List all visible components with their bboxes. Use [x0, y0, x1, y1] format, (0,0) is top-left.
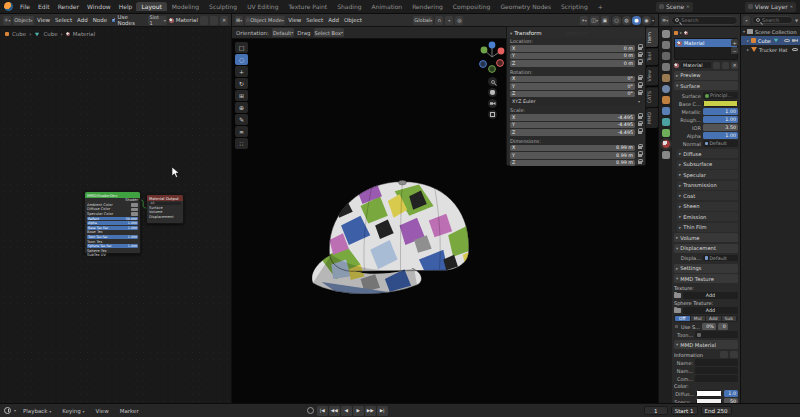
coat-subpanel[interactable]: Coat: [677, 191, 738, 200]
select-mode-dropdown[interactable]: Select Box▾: [314, 28, 344, 37]
playback-menu[interactable]: Playback ▾: [19, 408, 55, 414]
base-tex-fac-slider[interactable]: Base Tex Fac1.000: [87, 226, 138, 230]
rotation-y-field[interactable]: Y0°: [510, 83, 635, 90]
emission-subpanel[interactable]: Emission: [677, 212, 738, 221]
toon-tex-fac-slider[interactable]: Toon Tex Fac1.000: [87, 235, 138, 239]
specular-subpanel[interactable]: Specular: [677, 170, 738, 179]
toon-texture-field[interactable]: [695, 331, 738, 338]
tool-select-box[interactable]: □: [235, 42, 248, 53]
xray-toggle[interactable]: ▣: [601, 16, 609, 25]
material-name[interactable]: Material: [176, 17, 198, 23]
sidebar-tab-item[interactable]: Item: [646, 28, 658, 47]
camera-view-icon[interactable]: [488, 99, 497, 108]
dimensions-x-field[interactable]: X8.99 m: [510, 145, 635, 152]
rotation-x-field[interactable]: X0°: [510, 76, 635, 83]
mode-dropdown[interactable]: Object Mode▾: [245, 16, 285, 25]
workspace-tab-texture-paint[interactable]: Texture Paint: [283, 2, 332, 11]
tab-texture-icon[interactable]: [662, 151, 670, 159]
use-shared-toon-checkbox[interactable]: [674, 324, 679, 329]
shading-solid-icon[interactable]: ◍: [622, 16, 631, 25]
lock-icon[interactable]: [638, 54, 642, 57]
displacement-panel-header[interactable]: Displacement: [674, 244, 738, 253]
transform-orientation-dropdown[interactable]: Global▾: [413, 16, 433, 25]
scene-collection-row[interactable]: ▾ Scene Collection: [741, 27, 800, 36]
tool-scale[interactable]: ⊞: [235, 90, 248, 101]
hide-eye-icon[interactable]: [784, 39, 790, 43]
slot-dropdown[interactable]: Slot 1▾: [148, 16, 166, 25]
sidebar-tab-mmd[interactable]: MMD: [646, 108, 658, 128]
mmd-diffuse-swatch[interactable]: [696, 390, 722, 397]
editor-type-node-icon[interactable]: ⚛▾: [3, 16, 11, 25]
specular-color-swatch[interactable]: [131, 212, 138, 215]
editor-type-timeline-icon[interactable]: [4, 407, 11, 414]
roughness-slider[interactable]: 1.00: [703, 116, 738, 123]
tab-material-icon[interactable]: [662, 140, 670, 148]
dimensions-y-field[interactable]: Y8.99 m: [510, 152, 635, 159]
lock-icon[interactable]: [638, 161, 642, 164]
shading-material-icon[interactable]: ●: [632, 16, 641, 25]
auto-keying-toggle[interactable]: [307, 407, 314, 414]
unlink-material-button[interactable]: ✕: [220, 16, 228, 25]
base-color-swatch[interactable]: [703, 100, 738, 107]
shading-dropdown-icon[interactable]: ▾: [652, 18, 654, 23]
volume-panel-header[interactable]: Volume: [674, 233, 738, 242]
name-e-field[interactable]: [695, 367, 738, 374]
shading-wireframe-icon[interactable]: ○: [612, 16, 621, 25]
select-menu[interactable]: Select: [305, 17, 325, 23]
proportional-editing-icon[interactable]: ◎: [455, 16, 463, 25]
sheen-subpanel[interactable]: Sheen: [677, 202, 738, 211]
tab-view-layer-icon[interactable]: [662, 63, 670, 71]
view-menu[interactable]: View: [287, 17, 303, 23]
remove-slot-button[interactable]: −: [731, 47, 738, 54]
shader-type-dropdown[interactable]: Object▾: [13, 16, 33, 25]
settings-panel-header[interactable]: Settings: [674, 264, 738, 273]
blend-add-button[interactable]: Add: [706, 316, 722, 321]
location-z-field[interactable]: Z0 m: [510, 60, 635, 67]
tool-transform[interactable]: ⊕: [235, 102, 248, 113]
marker-menu[interactable]: Marker: [116, 408, 143, 414]
move-view-icon[interactable]: [488, 88, 497, 97]
lock-icon[interactable]: [638, 92, 642, 95]
frame-end-field[interactable]: End250: [701, 406, 732, 415]
new-material-button[interactable]: [210, 16, 218, 25]
shader-menu-view[interactable]: View: [36, 17, 52, 23]
sphere-tex-fac-slider[interactable]: Sphere Tex Fac1.000: [87, 244, 138, 248]
menu-edit[interactable]: Edit: [34, 3, 54, 10]
location-x-field[interactable]: X0 m: [510, 45, 635, 52]
sphere-add-button[interactable]: Add: [683, 307, 738, 314]
lock-icon[interactable]: [638, 47, 642, 50]
add-workspace-button[interactable]: +: [593, 2, 608, 11]
workspace-tab-geometry-nodes[interactable]: Geometry Nodes: [495, 2, 556, 11]
ior-slider[interactable]: 3.50: [703, 124, 738, 131]
info-paste-button[interactable]: [730, 351, 738, 358]
menu-render[interactable]: Render: [54, 3, 83, 10]
menu-help[interactable]: Help: [115, 3, 137, 10]
outliner-item-trucker-hat[interactable]: ▸ Trucker Hat: [741, 45, 800, 54]
workspace-tab-compositing[interactable]: Compositing: [448, 2, 496, 11]
use-nodes-checkbox[interactable]: [111, 18, 116, 23]
unlink-button[interactable]: ✕: [731, 62, 738, 69]
blender-logo-icon[interactable]: [4, 2, 13, 11]
sidebar-tab-tool[interactable]: Tool: [646, 48, 658, 65]
shader-menu-add[interactable]: Add: [76, 17, 90, 23]
scale-y-field[interactable]: Y-4.495: [510, 122, 635, 129]
lock-icon[interactable]: [638, 131, 642, 134]
new-material-button[interactable]: [722, 62, 729, 69]
object-menu[interactable]: Object: [342, 17, 363, 23]
displacement-button[interactable]: Default: [703, 255, 738, 262]
workspace-tab-shading[interactable]: Shading: [332, 2, 366, 11]
texture-add-button[interactable]: Add: [683, 292, 738, 299]
tool-measure[interactable]: ≍: [235, 126, 248, 137]
tab-modifiers-icon[interactable]: [662, 107, 670, 115]
properties-search-input[interactable]: [681, 17, 734, 23]
keying-menu[interactable]: Keying ▾: [58, 408, 88, 414]
info-copy-button[interactable]: [720, 351, 728, 358]
mmd-texture-panel-header[interactable]: MMD Texture: [674, 274, 738, 283]
outliner-search[interactable]: [752, 16, 793, 24]
mmd-material-panel-header[interactable]: MMD Material: [674, 340, 738, 349]
play-button[interactable]: ▶: [353, 406, 364, 416]
shader-menu-node[interactable]: Node: [91, 17, 108, 23]
lock-icon[interactable]: [638, 116, 642, 119]
snap-settings-dropdown[interactable]: ▾: [445, 16, 453, 25]
shared-num-field[interactable]: 0: [718, 323, 728, 330]
